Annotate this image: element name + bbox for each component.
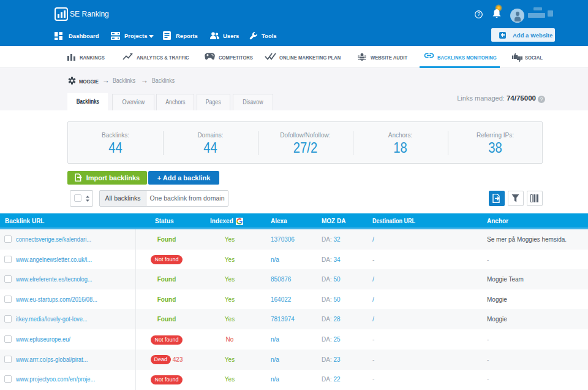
svg-text:?: ? <box>477 11 480 17</box>
